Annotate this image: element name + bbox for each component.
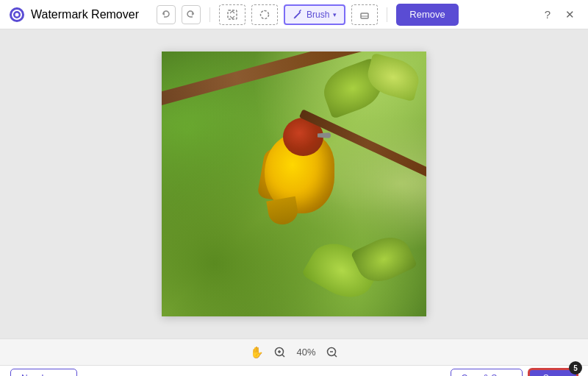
eraser-icon [359, 10, 370, 20]
save-btn-wrapper: Save 5 [528, 369, 578, 376]
zoom-out-icon[interactable] [326, 347, 338, 358]
brush-icon [293, 10, 303, 20]
new-image-button[interactable]: New Image [10, 369, 77, 376]
titlebar: Watermark Remover [0, 0, 588, 29]
svg-point-4 [260, 10, 268, 18]
zoom-in-icon[interactable] [274, 347, 286, 358]
selection-icon [227, 10, 237, 20]
bird-image [162, 52, 426, 316]
crop-save-button[interactable]: Crop & Save [451, 369, 523, 376]
titlebar-right: ? ✕ [538, 5, 579, 24]
brush-dropdown-arrow: ▾ [333, 11, 337, 18]
separator-2 [387, 7, 387, 22]
image-canvas[interactable] [162, 52, 426, 316]
zoom-bar: ✋ 40% [0, 338, 588, 365]
titlebar-left: Watermark Remover [9, 4, 459, 26]
help-button[interactable]: ? [538, 5, 557, 24]
remove-button[interactable]: Remove [396, 4, 458, 26]
lasso-icon [259, 10, 270, 20]
svg-line-12 [282, 355, 284, 357]
bird-tail [266, 196, 299, 227]
svg-line-15 [334, 355, 337, 357]
hand-tool-icon[interactable]: ✋ [250, 346, 264, 359]
action-right: Crop & Save Save 5 [451, 369, 578, 376]
close-button[interactable]: ✕ [560, 5, 579, 24]
lasso-tool-button[interactable] [251, 4, 278, 25]
zoom-level: 40% [296, 347, 315, 358]
action-bar: New Image Crop & Save Save 5 [0, 365, 588, 376]
main-canvas-area [0, 29, 588, 338]
svg-point-2 [15, 13, 19, 16]
bird-figure [257, 118, 345, 228]
app-logo-icon [9, 7, 25, 23]
eraser-tool-button[interactable] [351, 4, 378, 25]
undo-button[interactable] [157, 5, 176, 24]
svg-line-6 [299, 10, 301, 12]
separator-1 [209, 7, 210, 22]
app-title: Watermark Remover [31, 8, 139, 21]
redo-button[interactable] [182, 5, 201, 24]
brush-label: Brush [306, 10, 329, 20]
save-badge: 5 [569, 361, 582, 375]
brush-tool-button[interactable]: Brush ▾ [284, 4, 345, 25]
selection-tool-button[interactable] [219, 4, 245, 25]
